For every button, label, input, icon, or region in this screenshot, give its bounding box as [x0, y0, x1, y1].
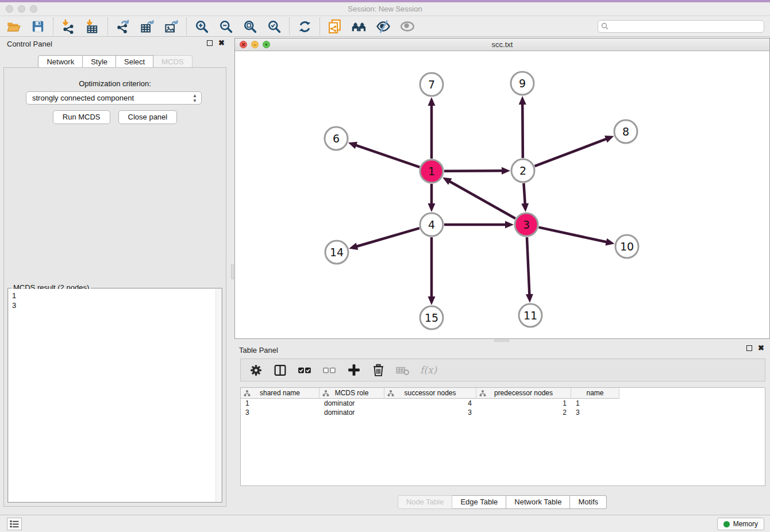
export-network-icon[interactable]	[115, 18, 131, 34]
cell-shared-name[interactable]: 3	[241, 408, 319, 417]
node-4[interactable]: 4	[420, 213, 443, 236]
apply-layout-icon[interactable]	[297, 18, 313, 34]
column-header-successor-nodes[interactable]: successor nodes	[384, 388, 476, 399]
open-session-icon[interactable]	[6, 18, 22, 34]
edge-2-3[interactable]	[521, 183, 529, 212]
table-panel-close-icon[interactable]: ✖	[758, 345, 764, 351]
toolbar-separator	[186, 18, 187, 35]
control-panel-close-icon[interactable]: ✖	[218, 40, 225, 46]
cell-shared-name[interactable]: 1	[241, 399, 319, 408]
edge-2-9[interactable]	[519, 96, 526, 158]
node-1[interactable]: 1	[420, 160, 443, 183]
run-mcds-button[interactable]: Run MCDS	[53, 110, 110, 124]
node-8[interactable]: 8	[614, 120, 637, 143]
task-history-button[interactable]	[7, 518, 22, 530]
cell-predecessor-nodes[interactable]: 2	[476, 408, 571, 417]
select-all-icon[interactable]	[297, 363, 312, 377]
node-3[interactable]: 3	[515, 213, 538, 236]
edge-4-3[interactable]	[444, 221, 514, 229]
close-panel-button[interactable]: Close panel	[118, 110, 178, 124]
toolbar-separator	[319, 18, 320, 35]
main-area: Control Panel ✖ NetworkStyleSelectMCDS O…	[0, 37, 770, 515]
toolbar-separator	[289, 18, 290, 35]
zoom-fit-icon[interactable]	[242, 18, 258, 34]
edge-3-1[interactable]	[442, 178, 515, 218]
control-panel: Control Panel ✖ NetworkStyleSelectMCDS O…	[0, 37, 230, 515]
delete-table-icon[interactable]	[395, 363, 410, 377]
memory-status-icon	[723, 521, 730, 527]
cell-name[interactable]: 1	[571, 399, 619, 408]
column-header-shared-name[interactable]: shared name	[241, 388, 319, 399]
search-input[interactable]	[598, 20, 764, 33]
node-15[interactable]: 15	[420, 306, 443, 329]
function-builder-icon[interactable]: f(x)	[420, 364, 437, 376]
edge-1-4[interactable]	[428, 184, 436, 212]
import-table-icon[interactable]	[84, 18, 101, 34]
edge-3-10[interactable]	[538, 228, 614, 246]
zoom-selected-icon[interactable]	[266, 18, 282, 34]
vertical-splitter-grip[interactable]	[231, 264, 234, 279]
mcds-result-scrollbar[interactable]	[215, 289, 221, 502]
table-toolbar: f(x)	[240, 358, 765, 381]
zoom-in-icon[interactable]	[194, 18, 210, 34]
table-panel-title: Table Panel	[239, 346, 278, 354]
control-panel-float-icon[interactable]	[207, 40, 213, 46]
node-7[interactable]: 7	[420, 73, 443, 96]
edge-3-11[interactable]	[526, 237, 533, 303]
node-2[interactable]: 2	[511, 159, 534, 182]
tab-network-table[interactable]: Network Table	[506, 495, 570, 509]
cell-predecessor-nodes[interactable]: 1	[476, 399, 571, 408]
main-toolbar	[0, 17, 770, 37]
settings-gear-icon[interactable]	[249, 363, 263, 377]
svg-text:8: 8	[622, 125, 629, 138]
tab-edge-table[interactable]: Edge Table	[452, 495, 506, 509]
node-11[interactable]: 11	[519, 304, 542, 327]
column-header-MCDS-role[interactable]: MCDS role	[319, 388, 384, 399]
duplicate-network-icon[interactable]	[327, 18, 343, 34]
zoom-out-icon[interactable]	[218, 18, 234, 34]
edge-1-2[interactable]	[444, 167, 510, 175]
table-row[interactable]: 1dominator411	[241, 399, 765, 408]
node-14[interactable]: 14	[325, 241, 348, 264]
vertical-splitter[interactable]	[230, 37, 234, 515]
node-9[interactable]: 9	[511, 72, 534, 95]
hide-style-icon[interactable]	[375, 18, 391, 34]
cell-successor-nodes[interactable]: 4	[384, 399, 476, 408]
cell-MCDS-role[interactable]: dominator	[319, 399, 384, 408]
import-network-icon[interactable]	[60, 18, 76, 34]
export-image-icon[interactable]	[163, 18, 179, 34]
split-view-icon[interactable]	[273, 363, 287, 377]
node-6[interactable]: 6	[325, 127, 348, 150]
column-header-name[interactable]: name	[571, 388, 619, 399]
table-panel-float-icon[interactable]	[746, 345, 752, 351]
select-stepper-icon: ▲▼	[192, 93, 197, 103]
table-row[interactable]: 3dominator323	[241, 408, 765, 417]
svg-text:6: 6	[333, 132, 340, 145]
deselect-all-icon[interactable]	[322, 363, 337, 377]
optimization-criterion-select[interactable]: strongly connected component ▲▼	[26, 91, 202, 105]
edge-1-7[interactable]	[428, 97, 436, 159]
edge-1-6[interactable]	[348, 142, 419, 167]
edge-4-15[interactable]	[428, 237, 436, 305]
cell-successor-nodes[interactable]: 3	[384, 408, 476, 417]
export-table-icon[interactable]	[139, 18, 155, 34]
edge-2-8[interactable]	[535, 136, 614, 166]
show-all-networks-icon[interactable]	[351, 18, 367, 34]
show-view-icon[interactable]	[399, 18, 415, 34]
cell-name[interactable]: 3	[571, 408, 619, 417]
memory-button[interactable]: Memory	[717, 518, 764, 530]
delete-column-icon[interactable]	[371, 363, 386, 377]
column-type-icon	[387, 390, 394, 396]
network-window-titlebar[interactable]: ✕ – + scc.txt	[235, 38, 769, 51]
horizontal-splitter-grip[interactable]	[494, 340, 509, 342]
save-session-icon[interactable]	[30, 18, 46, 34]
add-column-icon[interactable]	[346, 363, 361, 377]
mcds-result-text[interactable]: 1 3	[9, 289, 221, 502]
network-canvas[interactable]: 7968124314101511	[235, 51, 769, 338]
node-10[interactable]: 10	[615, 235, 638, 258]
edge-4-14[interactable]	[349, 228, 419, 250]
tab-motifs[interactable]: Motifs	[570, 495, 607, 509]
column-header-predecessor-nodes[interactable]: predecessor nodes	[476, 388, 571, 399]
tab-node-table[interactable]: Node Table	[398, 495, 453, 509]
cell-MCDS-role[interactable]: dominator	[319, 408, 384, 417]
